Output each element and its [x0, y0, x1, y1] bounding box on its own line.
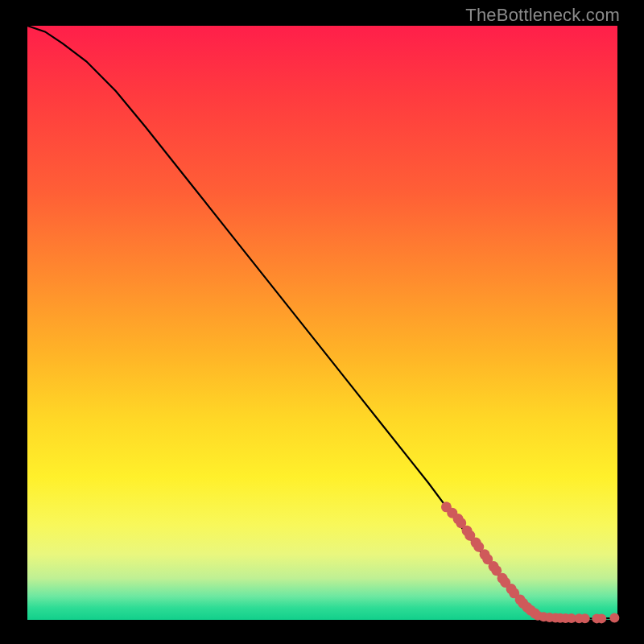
data-point — [597, 613, 606, 623]
bottleneck-curve — [27, 26, 617, 619]
data-markers — [441, 502, 619, 623]
plot-area — [27, 26, 617, 620]
data-point — [580, 613, 590, 623]
chart-svg — [27, 26, 617, 620]
chart-frame: TheBottleneck.com — [0, 0, 644, 644]
data-point — [609, 613, 619, 622]
watermark-text: TheBottleneck.com — [465, 5, 620, 26]
